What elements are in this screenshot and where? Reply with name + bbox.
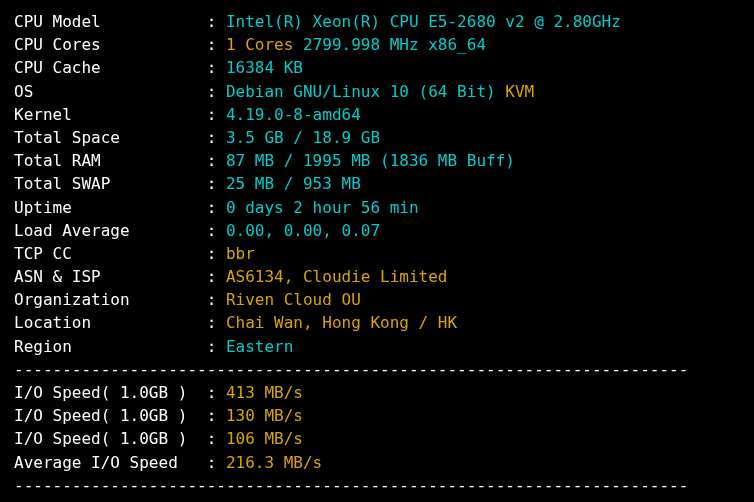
row-colon: : — [207, 105, 226, 124]
row-value: 4.19.0-8-amd64 — [226, 105, 361, 124]
row-value: 16384 KB — [226, 58, 303, 77]
row-value: Intel(R) Xeon(R) CPU E5-2680 v2 @ 2.80GH… — [226, 12, 621, 31]
row-value: bbr — [226, 244, 255, 263]
info-row: I/O Speed( 1.0GB ) : 106 MB/s — [14, 427, 740, 450]
row-colon: : — [207, 174, 226, 193]
info-row: Total SWAP : 25 MB / 953 MB — [14, 172, 740, 195]
row-value: 216.3 MB/s — [226, 453, 322, 472]
row-value: 0 days 2 hour 56 min — [226, 198, 419, 217]
row-label: OS — [14, 82, 207, 101]
row-value: 25 MB / 953 MB — [226, 174, 361, 193]
row-label: Average I/O Speed — [14, 453, 207, 472]
row-value: 413 MB/s — [226, 383, 303, 402]
io-speed-block: I/O Speed( 1.0GB ) : 413 MB/sI/O Speed( … — [14, 381, 740, 474]
row-colon: : — [207, 82, 226, 101]
system-info-block: CPU Model : Intel(R) Xeon(R) CPU E5-2680… — [14, 10, 740, 358]
row-colon: : — [207, 151, 226, 170]
info-row: I/O Speed( 1.0GB ) : 130 MB/s — [14, 404, 740, 427]
row-value: 1 Cores — [226, 35, 293, 54]
row-colon: : — [207, 35, 226, 54]
section-divider: ----------------------------------------… — [14, 474, 740, 497]
row-label: Region — [14, 337, 207, 356]
row-value: Eastern — [226, 337, 293, 356]
info-row: ASN & ISP : AS6134, Cloudie Limited — [14, 265, 740, 288]
terminal-output: CPU Model : Intel(R) Xeon(R) CPU E5-2680… — [0, 0, 754, 502]
info-row: CPU Cache : 16384 KB — [14, 56, 740, 79]
row-colon: : — [207, 221, 226, 240]
row-label: I/O Speed( 1.0GB ) — [14, 429, 207, 448]
info-row: Load Average : 0.00, 0.00, 0.07 — [14, 219, 740, 242]
row-label: Uptime — [14, 198, 207, 217]
info-row: CPU Cores : 1 Cores 2799.998 MHz x86_64 — [14, 33, 740, 56]
row-value: Debian GNU/Linux 10 (64 Bit) — [226, 82, 505, 101]
info-row: I/O Speed( 1.0GB ) : 413 MB/s — [14, 381, 740, 404]
row-value: 3.5 GB / 18.9 GB — [226, 128, 380, 147]
info-row: Region : Eastern — [14, 335, 740, 358]
row-colon: : — [207, 58, 226, 77]
row-colon: : — [207, 128, 226, 147]
section-divider: ----------------------------------------… — [14, 358, 740, 381]
row-label: ASN & ISP — [14, 267, 207, 286]
info-row: Total RAM : 87 MB / 1995 MB (1836 MB Buf… — [14, 149, 740, 172]
row-colon: : — [207, 453, 226, 472]
row-label: TCP CC — [14, 244, 207, 263]
row-label: Total RAM — [14, 151, 207, 170]
info-row: OS : Debian GNU/Linux 10 (64 Bit) KVM — [14, 80, 740, 103]
row-value: 0.00, 0.00, 0.07 — [226, 221, 380, 240]
row-value: Chai Wan, Hong Kong / HK — [226, 313, 457, 332]
row-label: I/O Speed( 1.0GB ) — [14, 406, 207, 425]
row-label: Location — [14, 313, 207, 332]
row-colon: : — [207, 290, 226, 309]
row-colon: : — [207, 313, 226, 332]
info-row: TCP CC : bbr — [14, 242, 740, 265]
row-colon: : — [207, 337, 226, 356]
row-colon: : — [207, 429, 226, 448]
row-value: 2799.998 MHz x86_64 — [293, 35, 486, 54]
info-row: Total Space : 3.5 GB / 18.9 GB — [14, 126, 740, 149]
row-label: CPU Cores — [14, 35, 207, 54]
row-colon: : — [207, 12, 226, 31]
row-label: Total Space — [14, 128, 207, 147]
row-value: KVM — [505, 82, 534, 101]
row-label: Load Average — [14, 221, 207, 240]
row-label: CPU Cache — [14, 58, 207, 77]
row-label: CPU Model — [14, 12, 207, 31]
row-value: AS6134, Cloudie Limited — [226, 267, 448, 286]
row-label: Total SWAP — [14, 174, 207, 193]
row-colon: : — [207, 244, 226, 263]
row-colon: : — [207, 383, 226, 402]
row-value: Riven Cloud OU — [226, 290, 361, 309]
info-row: Organization : Riven Cloud OU — [14, 288, 740, 311]
row-colon: : — [207, 267, 226, 286]
row-colon: : — [207, 198, 226, 217]
info-row: Kernel : 4.19.0-8-amd64 — [14, 103, 740, 126]
row-value: 87 MB / 1995 MB (1836 MB Buff) — [226, 151, 515, 170]
info-row: Uptime : 0 days 2 hour 56 min — [14, 196, 740, 219]
row-value: 106 MB/s — [226, 429, 303, 448]
info-row: CPU Model : Intel(R) Xeon(R) CPU E5-2680… — [14, 10, 740, 33]
row-value: 130 MB/s — [226, 406, 303, 425]
row-colon: : — [207, 406, 226, 425]
info-row: Location : Chai Wan, Hong Kong / HK — [14, 311, 740, 334]
row-label: Organization — [14, 290, 207, 309]
row-label: I/O Speed( 1.0GB ) — [14, 383, 207, 402]
row-label: Kernel — [14, 105, 207, 124]
info-row: Average I/O Speed : 216.3 MB/s — [14, 451, 740, 474]
